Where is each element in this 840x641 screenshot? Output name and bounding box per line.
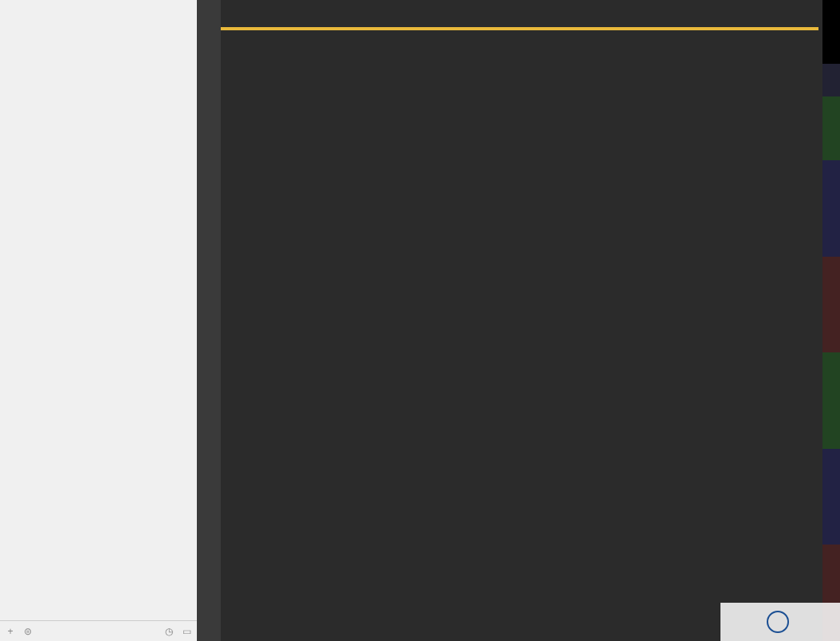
filter-input[interactable] — [38, 627, 159, 636]
file-tree[interactable] — [0, 0, 197, 620]
watermark-logo-icon — [767, 611, 789, 633]
code-content[interactable] — [221, 0, 822, 641]
code-editor[interactable] — [197, 0, 840, 641]
filter-icon[interactable]: ⊜ — [21, 624, 35, 639]
selection-highlight — [221, 27, 818, 30]
line-gutter — [197, 0, 221, 641]
minimap[interactable] — [822, 0, 840, 641]
scm-icon[interactable]: ▭ — [179, 624, 194, 639]
filter-bar: + ⊜ ◷ ▭ — [0, 620, 197, 641]
watermark — [720, 603, 840, 641]
add-icon[interactable]: + — [3, 624, 18, 639]
project-navigator: + ⊜ ◷ ▭ — [0, 0, 197, 641]
clock-icon[interactable]: ◷ — [162, 624, 176, 639]
